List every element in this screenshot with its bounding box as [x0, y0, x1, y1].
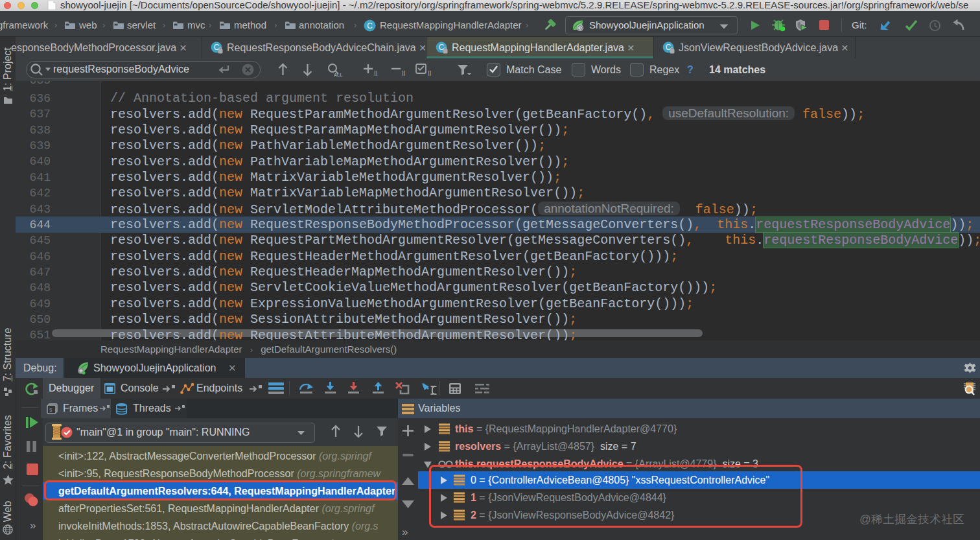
- svg-text:II: II: [402, 70, 406, 77]
- svg-text:II: II: [374, 70, 378, 77]
- svg-text:C: C: [367, 21, 373, 30]
- svg-text:s: s: [49, 406, 52, 413]
- svg-text:ALL: ALL: [334, 73, 343, 77]
- svg-text:II: II: [428, 70, 432, 77]
